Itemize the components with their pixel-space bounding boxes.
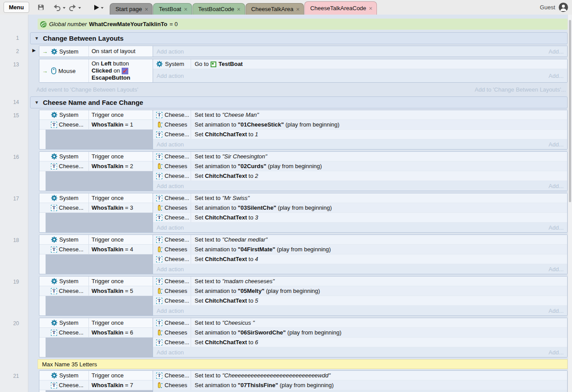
- condition[interactable]: TCheese...WhosTalkin = 7: [39, 380, 153, 390]
- global-variable[interactable]: Global number WhatCrewMateYourTalklinTo …: [38, 19, 568, 30]
- condition[interactable]: SystemTrigger once: [39, 277, 153, 286]
- action[interactable]: TCheese...Set text to "Cheesicus ": [153, 318, 567, 328]
- condition[interactable]: SystemTrigger once: [39, 235, 153, 245]
- event-block[interactable]: SystemTrigger onceTCheese...WhosTalkin =…: [39, 318, 568, 357]
- add-action-link[interactable]: Add action: [157, 48, 184, 55]
- redo-dropdown-caret-icon[interactable]: [78, 7, 81, 10]
- event-block[interactable]: →SystemOn start of layoutAdd actionAdd..…: [39, 46, 568, 57]
- add-event-link[interactable]: Add event to 'Change Between Layouts': [36, 86, 138, 93]
- event-block[interactable]: SystemTrigger onceTCheese...WhosTalkin =…: [39, 370, 568, 392]
- condition[interactable]: SystemTrigger once: [39, 371, 153, 380]
- action[interactable]: TCheese...Set text to "Mr Swiss": [153, 193, 567, 203]
- condition[interactable]: TCheese...WhosTalkin = 5: [39, 286, 153, 296]
- action[interactable]: TCheese...Set ChitchChatText to 5: [153, 296, 567, 306]
- preview-dropdown-caret-icon[interactable]: [101, 7, 104, 10]
- action-object-cell: TCheese...: [153, 171, 191, 181]
- condition[interactable]: SystemTrigger once: [39, 318, 153, 328]
- action[interactable]: TCheese...Set text to "Cheese Man": [153, 110, 567, 120]
- add-link[interactable]: Add...: [549, 183, 564, 189]
- tab-cheesetalkareacode[interactable]: CheeseTalkAreaCode×: [304, 1, 377, 15]
- event-block[interactable]: →MouseOn Left buttonClicked on EscapeBut…: [39, 59, 568, 83]
- action[interactable]: CheesesSet animation to "03SilentChe" (p…: [153, 203, 567, 213]
- condition[interactable]: →MouseOn Left buttonClicked on EscapeBut…: [39, 59, 153, 82]
- group-header[interactable]: ▼Change Between Layouts: [30, 32, 568, 44]
- close-icon[interactable]: ×: [145, 6, 148, 12]
- add-action-link[interactable]: Add action: [157, 266, 184, 273]
- condition[interactable]: TCheese...WhosTalkin = 1: [39, 120, 153, 130]
- action[interactable]: TCheese...Set ChitchChatText to 6: [153, 338, 567, 347]
- comment[interactable]: Max Name 35 Letters: [38, 359, 568, 369]
- add-action-link[interactable]: Add action: [157, 224, 184, 231]
- row-number: [0, 359, 28, 369]
- add-link[interactable]: Add...: [549, 266, 564, 273]
- event-block[interactable]: SystemTrigger onceTCheese...WhosTalkin =…: [39, 110, 568, 150]
- event-block[interactable]: SystemTrigger onceTCheese...WhosTalkin =…: [39, 193, 568, 233]
- add-link[interactable]: Add...: [549, 73, 564, 79]
- group-header[interactable]: ▼Cheese Name and Face Change: [30, 96, 568, 108]
- add-action-link[interactable]: Add action: [157, 183, 184, 189]
- tab-testboat[interactable]: TestBoat×: [153, 3, 192, 15]
- collapse-triangle-icon[interactable]: ▼: [35, 36, 39, 41]
- add-link[interactable]: Add...: [549, 48, 564, 55]
- text-segment: to: [247, 256, 255, 262]
- add-action-link[interactable]: Add action: [157, 349, 184, 356]
- condition[interactable]: TCheese...WhosTalkin = 6: [39, 328, 153, 338]
- menu-button[interactable]: Menu: [4, 2, 29, 13]
- tab-start-page[interactable]: Start page×: [110, 3, 153, 15]
- global-variable-row[interactable]: Global number WhatCrewMateYourTalklinTo …: [0, 19, 568, 30]
- condition[interactable]: SystemTrigger once: [39, 193, 153, 203]
- action[interactable]: CheesesSet animation to "04FirstMate" (p…: [153, 245, 567, 254]
- action[interactable]: CheesesSet animation to "07ThisIsFine" (…: [153, 380, 567, 390]
- undo-dropdown-caret-icon[interactable]: [63, 7, 65, 10]
- condition-text-line: Trigger once: [92, 278, 124, 285]
- condition[interactable]: TCheese...WhosTalkin = 3: [39, 203, 153, 213]
- condition[interactable]: TCheese...WhosTalkin = 4: [39, 245, 153, 254]
- save-button[interactable]: [38, 4, 44, 11]
- add-action-link[interactable]: Add action: [157, 73, 184, 79]
- action[interactable]: TCheese...Set ChitchChatText to 4: [153, 254, 567, 264]
- action[interactable]: SystemGo to TestBoat: [153, 59, 567, 69]
- add-action-link[interactable]: Add action: [157, 141, 184, 148]
- condition-text: WhosTalkin = 4: [89, 245, 136, 254]
- scrollbar-track[interactable]: [568, 15, 572, 392]
- action[interactable]: TCheese...Set ChitchChatText to 2: [153, 171, 567, 181]
- account-area[interactable]: Guest: [540, 3, 568, 12]
- condition[interactable]: SystemTrigger once: [39, 110, 153, 120]
- action[interactable]: TCheese...Set ChitchChatText to 1: [153, 130, 567, 139]
- action[interactable]: TCheese...Set text to "madam cheeseses": [153, 277, 567, 286]
- tab-testboatcode[interactable]: TestBoatCode×: [192, 3, 245, 15]
- action[interactable]: TCheese...Set text to "Cheedar medlar": [153, 235, 567, 245]
- add-link[interactable]: Add...: [549, 224, 564, 231]
- action[interactable]: CheesesSet animation to "02Curds" (play …: [153, 161, 567, 171]
- close-icon[interactable]: ×: [237, 6, 241, 12]
- add-link[interactable]: Add...: [549, 349, 564, 356]
- escape-button-icon: [122, 68, 128, 74]
- condition[interactable]: SystemTrigger once: [39, 152, 153, 161]
- add-to-group-link[interactable]: Add to 'Change Between Layouts'...: [475, 86, 566, 93]
- add-link[interactable]: Add...: [549, 141, 564, 148]
- redo-button[interactable]: [69, 4, 77, 11]
- add-link[interactable]: Add...: [549, 307, 564, 314]
- condition[interactable]: →SystemOn start of layout: [39, 46, 153, 57]
- tab-cheesetalkarea[interactable]: CheeseTalkArea×: [246, 3, 304, 15]
- action-text: Set text to "Cheeeeeeeeeeeeeeeeeeeeeeeee…: [191, 372, 334, 379]
- action[interactable]: CheesesSet animation to "05Melty" (play …: [153, 286, 567, 296]
- action[interactable]: CheesesSet animation to "06SirSwordChe" …: [153, 328, 567, 338]
- condition[interactable]: TCheese...WhosTalkin = 2: [39, 161, 153, 171]
- user-avatar-icon[interactable]: [559, 3, 568, 12]
- preview-button[interactable]: [94, 5, 99, 10]
- action[interactable]: TCheese...Set text to "Sir Cheesington": [153, 152, 567, 161]
- undo-button[interactable]: [53, 4, 61, 11]
- event-block[interactable]: SystemTrigger onceTCheese...WhosTalkin =…: [39, 276, 568, 316]
- action[interactable]: TCheese...Set ChitchChatText to 3: [153, 213, 567, 223]
- scrollbar-thumb[interactable]: [569, 20, 571, 202]
- close-icon[interactable]: ×: [184, 6, 188, 12]
- event-block[interactable]: SystemTrigger onceTCheese...WhosTalkin =…: [39, 151, 568, 191]
- action[interactable]: CheesesSet animation to "01CheeseStick" …: [153, 120, 567, 130]
- close-icon[interactable]: ×: [369, 5, 372, 12]
- collapse-triangle-icon[interactable]: ▼: [35, 100, 39, 105]
- add-action-link[interactable]: Add action: [157, 307, 184, 314]
- close-icon[interactable]: ×: [296, 6, 299, 12]
- event-block[interactable]: SystemTrigger onceTCheese...WhosTalkin =…: [39, 234, 568, 274]
- action[interactable]: TCheese...Set text to "Cheeeeeeeeeeeeeee…: [153, 371, 567, 380]
